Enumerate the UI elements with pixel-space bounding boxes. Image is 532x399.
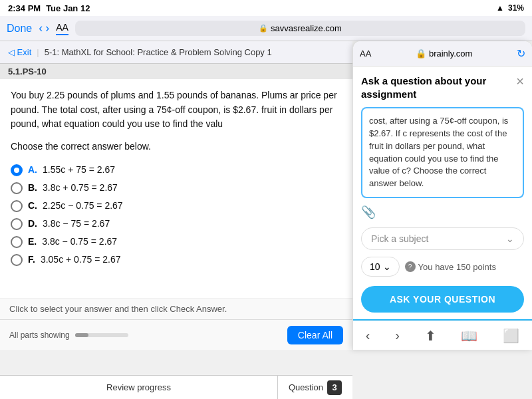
progress-bar-fill	[75, 333, 88, 337]
done-button[interactable]: Done	[7, 23, 32, 35]
points-label: You have 150 points	[418, 262, 496, 272]
expression-d: 3.8c − 75 = 2.67	[43, 217, 110, 231]
ask-question-button[interactable]: ASK YOUR QUESTION	[361, 286, 524, 313]
letter-b: B.	[28, 181, 37, 195]
question-label: Question	[289, 382, 323, 392]
points-value: 10	[370, 261, 380, 272]
expression-a: 1.55c + 75 = 2.67	[43, 163, 115, 177]
exit-button[interactable]: ◁ Exit	[8, 47, 31, 57]
answer-options: A. 1.55c + 75 = 2.67 B. 3.8c + 0.75 = 2.…	[11, 163, 342, 267]
answer-option-a[interactable]: A. 1.55c + 75 = 2.67	[11, 163, 342, 177]
progress-bar	[75, 333, 128, 337]
brainly-tabs-button[interactable]: ⬜	[503, 328, 519, 344]
review-progress-tab[interactable]: Review progress	[0, 376, 278, 399]
problem-text: You buy 2.25 pounds of plums and 1.55 po…	[11, 88, 342, 132]
check-answer-hint: Click to select your answer and then cli…	[9, 304, 227, 314]
expression-b: 3.8c + 0.75 = 2.67	[43, 181, 118, 195]
letter-f: F.	[28, 253, 35, 267]
subject-placeholder: Pick a subject	[371, 233, 428, 244]
close-button[interactable]: ×	[516, 74, 524, 88]
letter-d: D.	[28, 217, 37, 231]
question-number: 3	[327, 380, 342, 395]
answer-option-c[interactable]: C. 2.25c − 0.75 = 2.67	[11, 199, 342, 213]
url-bar[interactable]: 🔒 savvasrealize.com	[75, 21, 525, 36]
letter-c: C.	[28, 199, 37, 213]
radio-a[interactable]	[11, 164, 23, 176]
ask-title: Ask a question about your assignment	[361, 74, 516, 100]
ask-header: Ask a question about your assignment ×	[361, 74, 524, 100]
attach-button[interactable]: 📎	[361, 205, 524, 219]
time: 2:34 PM	[8, 3, 41, 13]
left-panel: ◁ Exit | 5-1: MathXL for School: Practic…	[0, 41, 352, 350]
brainly-share-button[interactable]: ⬆	[425, 328, 436, 344]
clear-all-button[interactable]: Clear All	[287, 326, 343, 344]
exit-bar: ◁ Exit | 5-1: MathXL for School: Practic…	[0, 41, 352, 64]
status-bar: 2:34 PM Tue Jan 12 ▲ 31%	[0, 0, 532, 16]
aa-button[interactable]: AA	[56, 22, 68, 35]
points-row: 10 ⌄ ? You have 150 points	[361, 257, 524, 277]
brainly-url: 🔒 brainly.com	[371, 49, 517, 59]
brainly-forward-button[interactable]: ›	[395, 328, 400, 343]
main-layout: ◁ Exit | 5-1: MathXL for School: Practic…	[0, 41, 532, 350]
brainly-aa-button[interactable]: AA	[360, 49, 371, 59]
info-icon: ?	[405, 261, 416, 272]
brainly-url-text: brainly.com	[429, 49, 473, 59]
bottom-bar: All parts showing Clear All	[0, 319, 352, 350]
attach-icon: 📎	[361, 205, 376, 219]
letter-a: A.	[28, 163, 37, 177]
date: Tue Jan 12	[46, 3, 90, 13]
browser-bar: Done ‹ › AA 🔒 savvasrealize.com	[0, 16, 532, 41]
choose-text: Choose the correct answer below.	[11, 140, 342, 154]
points-chevron-icon: ⌄	[383, 261, 391, 272]
brainly-bookmarks-button[interactable]: 📖	[461, 328, 477, 344]
back-button[interactable]: ‹	[39, 21, 43, 35]
brainly-url-bar: AA 🔒 brainly.com ↻	[353, 41, 532, 66]
check-answer-bar: Click to select your answer and then cli…	[0, 298, 352, 319]
tab-bar: Review progress Question 3	[0, 375, 352, 399]
review-progress-label: Review progress	[106, 382, 171, 392]
brainly-lock-icon: 🔒	[416, 49, 426, 59]
question-box[interactable]: cost, after using a 75¢-off coupon, is $…	[361, 107, 524, 198]
lock-icon: 🔒	[259, 24, 268, 33]
answer-option-e[interactable]: E. 3.8c − 0.75 = 2.67	[11, 235, 342, 249]
problem-content: You buy 2.25 pounds of plums and 1.55 po…	[0, 79, 352, 276]
all-parts-label: All parts showing	[9, 331, 128, 340]
points-info: ? You have 150 points	[405, 261, 496, 272]
brainly-content: Ask a question about your assignment × c…	[353, 66, 532, 321]
forward-button[interactable]: ›	[45, 21, 49, 35]
question-text: cost, after using a 75¢-off coupon, is $…	[369, 116, 508, 188]
question-tab[interactable]: Question 3	[278, 376, 352, 399]
brainly-back-button[interactable]: ‹	[366, 328, 370, 343]
expression-e: 3.8c − 0.75 = 2.67	[42, 235, 117, 249]
letter-e: E.	[28, 235, 37, 249]
brainly-panel: AA 🔒 brainly.com ↻ Ask a question about …	[352, 41, 532, 350]
breadcrumb: 5-1: MathXL for School: Practice & Probl…	[45, 47, 272, 57]
expression-c: 2.25c − 0.75 = 2.67	[43, 199, 123, 213]
brainly-refresh-button[interactable]: ↻	[517, 47, 525, 60]
brainly-nav: ‹ › ⬆ 📖 ⬜	[353, 321, 532, 350]
radio-b[interactable]	[11, 182, 23, 194]
wifi-icon: ▲	[496, 3, 504, 13]
radio-e[interactable]	[11, 236, 23, 248]
url-text: savvasrealize.com	[271, 23, 342, 33]
answer-option-d[interactable]: D. 3.8c − 75 = 2.67	[11, 217, 342, 231]
expression-f: 3.05c + 0.75 = 2.67	[41, 253, 121, 267]
answer-option-b[interactable]: B. 3.8c + 0.75 = 2.67	[11, 181, 342, 195]
radio-c[interactable]	[11, 200, 23, 212]
radio-f[interactable]	[11, 254, 23, 266]
points-dropdown[interactable]: 10 ⌄	[361, 257, 400, 277]
problem-label: 5.1.PS-10	[0, 64, 352, 79]
battery: 31%	[508, 3, 524, 13]
answer-option-f[interactable]: F. 3.05c + 0.75 = 2.67	[11, 253, 342, 267]
subject-dropdown[interactable]: Pick a subject ⌄	[361, 227, 524, 250]
radio-d[interactable]	[11, 218, 23, 230]
chevron-down-icon: ⌄	[506, 233, 514, 244]
